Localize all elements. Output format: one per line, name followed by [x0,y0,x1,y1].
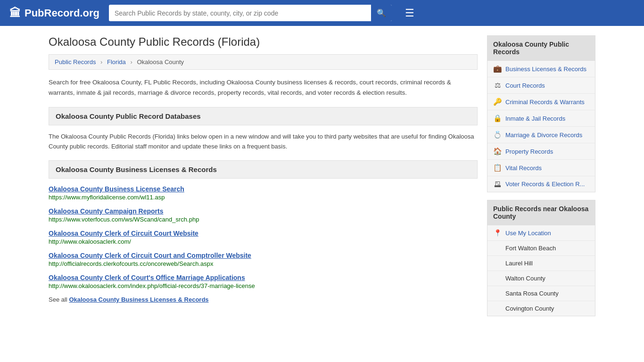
record-item: Okaloosa County Clerk of Circuit Court W… [49,230,478,245]
search-input[interactable] [109,6,371,21]
databases-description: The Okaloosa County Public Records (Flor… [49,132,478,152]
sidebar-category-item[interactable]: 🗳 Voter Records & Election R... [487,176,595,192]
sidebar-nearby-box: Public Records near Okaloosa County 📍 Us… [487,200,595,316]
search-button[interactable]: 🔍 [371,5,392,21]
record-title[interactable]: Okaloosa County Clerk of Circuit Court W… [49,230,478,237]
nearby-label: Laurel Hill [505,260,533,267]
sidebar-categories: 💼 Business Licenses & Records ⚖ Court Re… [487,61,595,192]
search-bar: 🔍 [109,5,392,21]
breadcrumb-florida[interactable]: Florida [107,58,126,66]
see-all-link[interactable]: Okaloosa County Business Licenses & Reco… [69,296,208,303]
sidebar-category-item[interactable]: 🔒 Inmate & Jail Records [487,110,595,127]
category-icon: ⚖ [493,81,502,90]
page-title: Okaloosa County Public Records (Florida) [49,35,478,49]
content-area: Okaloosa County Public Records (Florida)… [49,35,478,324]
records-list: Okaloosa County Business License Search … [49,185,478,289]
record-title[interactable]: Okaloosa County Campaign Reports [49,207,478,215]
record-title[interactable]: Okaloosa County Clerk of Circuit Court a… [49,252,478,259]
sidebar-category-item[interactable]: 💼 Business Licenses & Records [487,61,595,77]
nearby-label: Walton County [505,275,545,282]
category-label: Property Records [505,148,553,155]
business-heading: Okaloosa County Business Licenses & Reco… [49,160,478,179]
sidebar-category-item[interactable]: 📋 Vital Records [487,160,595,176]
category-icon: 💍 [493,131,502,139]
record-title[interactable]: Okaloosa County Business License Search [49,185,478,193]
category-label: Vital Records [505,165,542,172]
nearby-county-item[interactable]: Santa Rosa County [487,286,595,301]
category-icon: 🔑 [493,98,502,106]
category-label: Court Records [505,82,545,89]
sidebar: Okaloosa County Public Records 💼 Busines… [487,35,595,324]
sidebar-public-records-box: Okaloosa County Public Records 💼 Busines… [487,35,595,192]
breadcrumb: Public Records › Florida › Okaloosa Coun… [49,54,478,70]
record-url[interactable]: http://www.okaloosaclerk.com/index.php/o… [49,282,478,289]
nearby-county-item[interactable]: Covington County [487,301,595,316]
category-icon: 🗳 [493,180,502,188]
category-label: Criminal Records & Warrants [505,99,585,106]
record-item: Okaloosa County Business License Search … [49,185,478,201]
menu-button[interactable]: ☰ [405,7,414,19]
category-icon: 💼 [493,65,502,73]
nearby-county-item[interactable]: Laurel Hill [487,256,595,271]
page-description: Search for free Okaloosa County, FL Publ… [49,77,478,98]
record-url[interactable]: https://www.voterfocus.com/ws/WScand/can… [49,216,478,223]
category-label: Inmate & Jail Records [505,115,565,122]
sidebar-category-item[interactable]: 🏠 Property Records [487,143,595,160]
category-label: Voter Records & Election R... [505,181,585,188]
record-url[interactable]: http://www.okaloosaclerk.com/ [49,238,478,245]
breadcrumb-current: Okaloosa County [137,58,184,66]
sidebar-nearby-list: 📍 Use My Location Fort Walton Beach Laur… [487,225,595,316]
main-wrapper: Okaloosa County Public Records (Florida)… [39,26,605,333]
breadcrumb-public-records[interactable]: Public Records [55,58,96,66]
sidebar-category-item[interactable]: 🔑 Criminal Records & Warrants [487,94,595,110]
record-url[interactable]: http://officialrecords.clerkofcourts.cc/… [49,260,478,267]
sidebar-category-item[interactable]: 💍 Marriage & Divorce Records [487,127,595,143]
logo-text: PubRecord.org [25,7,99,19]
category-icon: 📋 [493,164,502,172]
see-all-text: See all [49,296,67,303]
category-label: Business Licenses & Records [505,66,586,73]
nearby-label: Use My Location [505,230,551,237]
logo-icon: 🏛 [9,7,21,20]
record-url[interactable]: https://www.myfloridalicense.com/wl11.as… [49,194,478,201]
record-item: Okaloosa County Clerk of Court's Office … [49,274,478,289]
databases-heading: Okaloosa County Public Record Databases [49,107,478,125]
use-location-item[interactable]: 📍 Use My Location [487,225,595,241]
category-label: Marriage & Divorce Records [505,132,582,139]
sidebar-nearby-title: Public Records near Okaloosa County [487,200,595,225]
nearby-label: Fort Walton Beach [505,245,556,252]
category-icon: 🏠 [493,147,502,156]
nearby-label: Covington County [505,305,554,312]
category-icon: 🔒 [493,114,502,123]
logo[interactable]: 🏛 PubRecord.org [9,7,99,20]
sidebar-category-item[interactable]: ⚖ Court Records [487,77,595,94]
record-item: Okaloosa County Campaign Reports https:/… [49,207,478,223]
record-title[interactable]: Okaloosa County Clerk of Court's Office … [49,274,478,281]
nearby-icon: 📍 [493,229,502,237]
nearby-label: Santa Rosa County [505,290,559,297]
nearby-county-item[interactable]: Walton County [487,271,595,286]
record-item: Okaloosa County Clerk of Circuit Court a… [49,252,478,267]
sidebar-public-records-title: Okaloosa County Public Records [487,36,595,61]
nearby-county-item[interactable]: Fort Walton Beach [487,241,595,256]
header: 🏛 PubRecord.org 🔍 ☰ [0,0,644,26]
breadcrumb-sep-2: › [130,58,132,66]
see-all-section: See all Okaloosa County Business License… [49,296,478,303]
breadcrumb-sep-1: › [100,58,102,66]
